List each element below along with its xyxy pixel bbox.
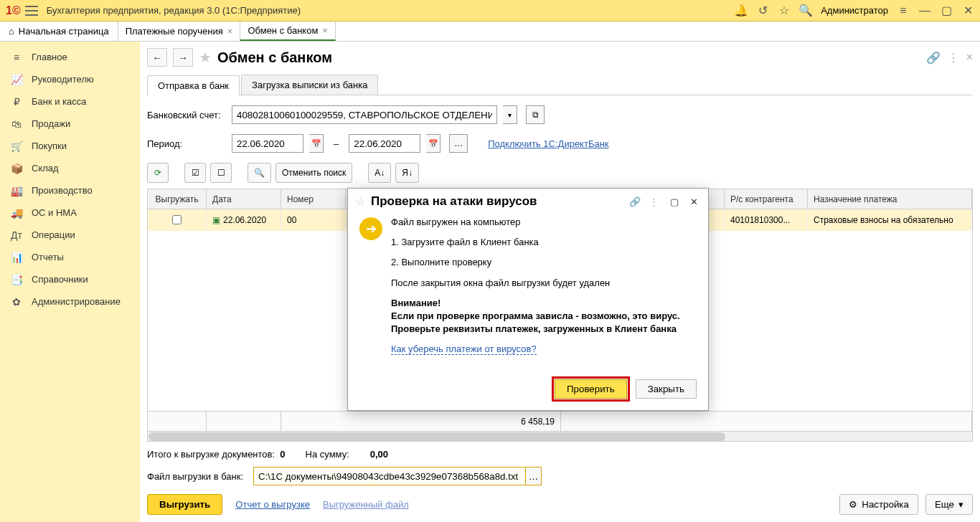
th-purpose[interactable]: Назначение платежа <box>808 189 972 209</box>
close-window-icon[interactable]: ✕ <box>961 4 974 17</box>
sidebar-item-reports[interactable]: 📊Отчеты <box>0 246 140 268</box>
bank-account-label: Банковский счет: <box>147 110 226 120</box>
file-browse-button[interactable]: … <box>526 467 542 485</box>
sort-asc-button[interactable]: A↓ <box>368 163 391 183</box>
sidebar-item-operations[interactable]: ДтОперации <box>0 224 140 246</box>
modal-step1: 1. Загрузите файл в Клиент банка <box>391 236 680 249</box>
kebab-icon[interactable]: ⋮ <box>646 196 661 207</box>
cancel-search-button[interactable]: Отменить поиск <box>275 163 352 183</box>
th-number[interactable]: Номер <box>281 189 346 209</box>
settings-button[interactable]: ⚙Настройка <box>839 494 918 515</box>
bank-account-input[interactable] <box>232 105 497 124</box>
sidebar-item-production[interactable]: 🏭Производство <box>0 179 140 201</box>
star-icon[interactable]: ☆ <box>778 4 791 17</box>
uncheck-all-button[interactable]: ☐ <box>210 163 232 183</box>
sidebar-item-label: Склад <box>32 163 59 174</box>
filter-icon[interactable]: ≡ <box>897 4 910 17</box>
report-link[interactable]: Отчет о выгрузке <box>235 499 310 510</box>
date-to-input[interactable] <box>349 134 420 153</box>
close-button[interactable]: Закрыть <box>636 379 697 399</box>
export-button[interactable]: Выгрузить <box>147 494 222 515</box>
modal-help-link[interactable]: Как уберечь платежи от вирусов? <box>391 343 537 355</box>
sidebar-item-main[interactable]: ≡Главное <box>0 46 140 68</box>
tab-close-icon[interactable]: × <box>227 26 233 37</box>
more-button[interactable]: Еще▾ <box>925 494 973 515</box>
totals-sum-label: На сумму: <box>306 449 349 460</box>
favorite-icon[interactable]: ★ <box>199 49 212 66</box>
date-to-calendar[interactable]: 📅 <box>426 134 440 153</box>
find-button[interactable]: 🔍 <box>248 163 271 183</box>
kebab-icon[interactable]: ⋮ <box>948 51 959 65</box>
th-racct[interactable]: Р/с контрагента <box>725 189 808 209</box>
modal-warning: Внимание! Если при проверке программа за… <box>391 297 680 336</box>
bell-icon[interactable]: 🔔 <box>735 4 748 17</box>
subtab-send[interactable]: Отправка в банк <box>147 75 240 95</box>
td-date: 22.06.2020 <box>223 215 266 225</box>
td-racct: 40101810300... <box>725 209 808 230</box>
sidebar-item-reference[interactable]: 📑Справочники <box>0 268 140 290</box>
history-icon[interactable]: ↺ <box>756 4 769 17</box>
tab-bank-exchange[interactable]: Обмен с банком × <box>240 22 336 41</box>
sidebar-item-assets[interactable]: 🚚ОС и НМА <box>0 201 140 224</box>
sidebar-item-sales[interactable]: 🛍Продажи <box>0 113 140 135</box>
uploaded-file-link[interactable]: Выгруженный файл <box>323 499 409 510</box>
totals-sum-value: 0,00 <box>370 449 388 460</box>
minimize-icon[interactable]: — <box>918 4 931 17</box>
dtkr-icon: Дт <box>10 229 23 242</box>
favorite-icon[interactable]: ☆ <box>355 195 365 209</box>
app-title: Бухгалтерия предприятия, редакция 3.0 (1… <box>47 5 735 16</box>
close-page-icon[interactable]: × <box>966 51 973 65</box>
direct-bank-link[interactable]: Подключить 1С:ДиректБанк <box>488 138 608 149</box>
date-from-calendar[interactable]: 📅 <box>309 134 324 153</box>
sidebar-item-label: Операции <box>32 229 75 240</box>
check-all-button[interactable]: ☑ <box>184 163 206 183</box>
ruble-icon: ₽ <box>10 95 23 108</box>
back-button[interactable]: ← <box>147 48 167 67</box>
sidebar-item-purchases[interactable]: 🛒Покупки <box>0 135 140 157</box>
home-tab-label: Начальная страница <box>19 26 109 37</box>
gear-icon: ⚙ <box>849 499 857 510</box>
th-export[interactable]: Выгружать <box>148 189 207 209</box>
truck-icon: 🚚 <box>10 207 23 219</box>
td-number: 00 <box>281 209 346 230</box>
sidebar-item-manager[interactable]: 📈Руководителю <box>0 68 140 90</box>
row-checkbox[interactable] <box>172 215 182 224</box>
bank-account-dropdown[interactable]: ▾ <box>503 105 517 124</box>
main-menu-icon[interactable] <box>25 6 38 16</box>
export-file-input[interactable] <box>253 467 526 485</box>
link-icon[interactable]: 🔗 <box>926 51 941 65</box>
sidebar-item-admin[interactable]: ✿Администрирование <box>0 290 140 313</box>
home-icon: ⌂ <box>9 26 14 37</box>
forward-button[interactable]: → <box>173 48 193 67</box>
th-date[interactable]: Дата <box>207 189 281 209</box>
maximize-icon[interactable]: ▢ <box>667 196 682 207</box>
link-icon[interactable]: 🔗 <box>629 196 641 207</box>
titlebar: 1© Бухгалтерия предприятия, редакция 3.0… <box>0 0 980 22</box>
chart-icon: 📈 <box>10 73 23 86</box>
period-select-button[interactable]: … <box>449 134 468 153</box>
sidebar-item-label: Отчеты <box>32 252 64 262</box>
date-from-input[interactable] <box>232 134 303 153</box>
horizontal-scrollbar[interactable] <box>148 431 972 441</box>
more-button-label: Еще <box>935 499 954 510</box>
sort-desc-button[interactable]: Я↓ <box>395 163 419 183</box>
sidebar-item-warehouse[interactable]: 📦Склад <box>0 157 140 179</box>
check-button[interactable]: Проверить <box>555 379 627 399</box>
open-account-button[interactable]: ⧉ <box>526 105 545 124</box>
modal-title: Проверка на атаки вирусов <box>371 194 623 209</box>
subtab-load[interactable]: Загрузка выписки из банка <box>241 75 378 95</box>
tab-payments[interactable]: Платежные поручения × <box>118 22 241 41</box>
sidebar-item-bank[interactable]: ₽Банк и касса <box>0 90 140 113</box>
td-purpose: Страховые взносы на обязательно <box>808 209 972 230</box>
maximize-icon[interactable]: ▢ <box>940 4 953 17</box>
user-label[interactable]: Администратор <box>821 5 888 16</box>
tab-close-icon[interactable]: × <box>322 25 328 36</box>
totals-docs-label: Итого к выгрузке документов: <box>147 449 275 460</box>
home-tab[interactable]: ⌂ Начальная страница <box>0 22 118 41</box>
modal-after-close: После закрытия окна файл выгрузки будет … <box>391 277 680 290</box>
close-icon[interactable]: ✕ <box>687 196 701 207</box>
refresh-button[interactable]: ⟳ <box>147 163 169 183</box>
modal-step2: 2. Выполните проверку <box>391 256 680 269</box>
sidebar-item-label: Банк и касса <box>32 96 87 107</box>
search-icon[interactable]: 🔍 <box>799 4 812 17</box>
